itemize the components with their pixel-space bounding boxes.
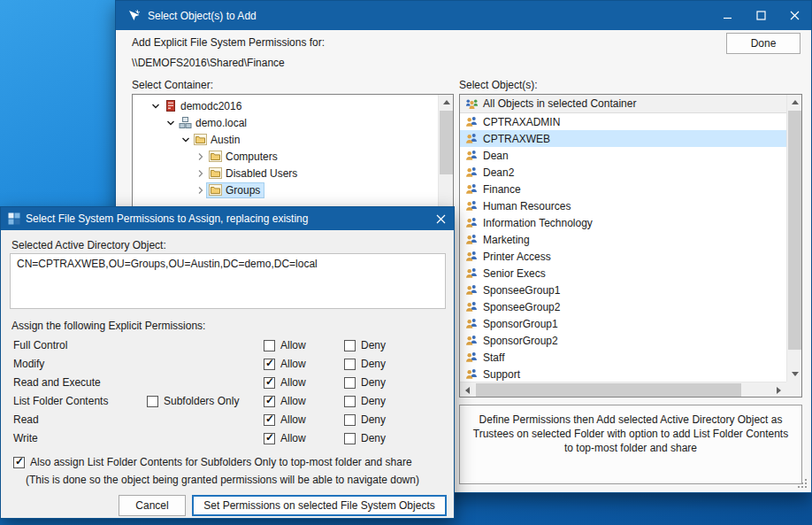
maximize-button[interactable] xyxy=(744,1,778,30)
minimize-button[interactable] xyxy=(710,1,744,30)
object-label: SponseeGroup2 xyxy=(483,301,560,313)
object-row[interactable]: Dean xyxy=(460,147,786,164)
subfolders-only-label: Subfolders Only xyxy=(164,395,239,407)
tree-scroll-thumb[interactable] xyxy=(440,111,453,174)
chevron-right-icon[interactable] xyxy=(194,152,207,161)
chevron-right-icon[interactable] xyxy=(194,186,207,195)
allow-group: Allow xyxy=(264,395,306,407)
deny-checkbox[interactable] xyxy=(344,433,356,444)
select-container-label: Select Container: xyxy=(132,79,213,91)
object-row[interactable]: SponseeGroup2 xyxy=(460,298,786,315)
allow-checkbox[interactable] xyxy=(264,359,275,370)
tree-item-label: Austin xyxy=(211,134,240,146)
object-row[interactable]: Information Technology xyxy=(460,214,786,231)
permission-name: Full Control xyxy=(13,339,67,351)
subfolders-only-group: Subfolders Only xyxy=(147,395,239,407)
tree-item-body[interactable]: Disabled Users xyxy=(207,166,301,181)
object-row[interactable]: Finance xyxy=(460,181,786,197)
select-objects-label: Select Object(s): xyxy=(459,79,538,91)
selected-object-value[interactable]: CN=CPTRAXWEB,OU=Groups,OU=Austin,DC=demo… xyxy=(10,253,446,309)
add-dialog-titlebar[interactable]: Select Object(s) to Add xyxy=(116,1,811,30)
allow-label: Allow xyxy=(280,413,306,426)
object-row[interactable]: CPTRAXADMIN xyxy=(460,113,786,130)
permissions-dialog: Select File System Permissions to Assign… xyxy=(0,206,455,519)
object-row[interactable]: Marketing xyxy=(460,231,786,248)
tree-item[interactable]: Disabled Users xyxy=(133,165,437,181)
list-vertical-scrollbar[interactable] xyxy=(786,95,801,382)
deny-group: Deny xyxy=(344,432,386,444)
objects-filter-header[interactable]: All Objects in selected Container xyxy=(460,95,786,113)
chevron-right-icon[interactable] xyxy=(194,169,207,178)
chevron-down-icon[interactable] xyxy=(149,102,162,111)
tree-item-body[interactable]: demo.local xyxy=(177,115,250,130)
object-row[interactable]: Dean2 xyxy=(460,164,786,181)
deny-group: Deny xyxy=(344,339,386,351)
tree-item-body[interactable]: Computers xyxy=(207,150,281,164)
cancel-button[interactable]: Cancel xyxy=(119,495,186,516)
list-horizontal-scrollbar[interactable] xyxy=(460,382,786,397)
tree-item-body[interactable]: Austin xyxy=(192,133,243,147)
object-row[interactable]: Support xyxy=(460,366,786,382)
objects-list: All Objects in selected ContainerCPTRAXA… xyxy=(459,94,802,398)
tree-item-body[interactable]: Groups xyxy=(207,183,264,197)
close-button[interactable] xyxy=(778,1,811,30)
allow-checkbox[interactable] xyxy=(264,433,275,444)
scroll-left-button[interactable] xyxy=(460,382,475,398)
allow-label: Allow xyxy=(280,432,306,444)
scroll-up-button[interactable] xyxy=(439,95,454,110)
deny-checkbox[interactable] xyxy=(344,340,356,351)
tree-item[interactable]: Austin xyxy=(133,131,437,148)
scroll-right-button[interactable] xyxy=(771,382,786,398)
allow-checkbox[interactable] xyxy=(264,414,275,426)
deny-checkbox[interactable] xyxy=(344,396,356,407)
permission-row: ModifyAllowDeny xyxy=(1,355,454,374)
close-icon xyxy=(436,214,446,224)
deny-label: Deny xyxy=(361,339,386,351)
object-row[interactable]: CPTRAXWEB xyxy=(460,130,786,147)
group-icon xyxy=(465,367,479,381)
resize-grip[interactable] xyxy=(796,477,807,488)
done-button[interactable]: Done xyxy=(726,33,801,54)
deny-checkbox[interactable] xyxy=(344,359,356,370)
deny-checkbox[interactable] xyxy=(344,377,356,389)
perm-dialog-titlebar[interactable]: Select File System Permissions to Assign… xyxy=(1,207,454,230)
object-row[interactable]: SponsorGroup1 xyxy=(460,315,786,332)
target-path: \\DEMOFS2016\Shared\Finance xyxy=(132,57,285,69)
permission-name: Read xyxy=(13,413,39,426)
chevron-down-icon[interactable] xyxy=(164,119,177,127)
group-icon xyxy=(465,132,479,145)
tree-item-body[interactable]: demodc2016 xyxy=(162,98,245,113)
allow-checkbox[interactable] xyxy=(264,377,275,389)
permissions-app-icon xyxy=(8,212,20,225)
scroll-up-button[interactable] xyxy=(787,95,802,110)
object-label: Information Technology xyxy=(483,217,593,229)
allow-checkbox[interactable] xyxy=(264,340,275,351)
object-row[interactable]: Printer Access xyxy=(460,248,786,265)
set-permissions-button[interactable]: Set Permissions on selected File System … xyxy=(192,495,447,516)
list-scroll-thumb[interactable] xyxy=(788,111,801,350)
all-objects-icon xyxy=(465,97,479,111)
chevron-down-icon[interactable] xyxy=(179,135,192,144)
allow-checkbox[interactable] xyxy=(264,396,275,407)
tree-item[interactable]: Groups xyxy=(133,181,437,198)
subfolders-only-checkbox[interactable] xyxy=(147,396,158,407)
object-row[interactable]: Human Resources xyxy=(460,197,786,214)
allow-label: Allow xyxy=(280,339,306,351)
list-hscroll-thumb[interactable] xyxy=(476,383,741,397)
object-row[interactable]: Senior Execs xyxy=(460,265,786,282)
group-icon xyxy=(465,216,479,229)
scroll-down-button[interactable] xyxy=(787,367,802,382)
also-assign-checkbox[interactable] xyxy=(13,457,25,468)
object-row[interactable]: Staff xyxy=(460,349,786,366)
deny-checkbox[interactable] xyxy=(344,414,356,426)
also-assign-label: Also assign List Folder Contents for Sub… xyxy=(30,456,412,468)
perm-close-button[interactable] xyxy=(427,207,454,230)
allow-label: Allow xyxy=(280,358,306,370)
object-items: All Objects in selected ContainerCPTRAXA… xyxy=(460,95,786,382)
permission-row: List Folder ContentsSubfolders OnlyAllow… xyxy=(1,392,454,411)
tree-item[interactable]: demodc2016 xyxy=(133,97,437,114)
object-row[interactable]: SponsorGroup2 xyxy=(460,332,786,349)
object-row[interactable]: SponseeGroup1 xyxy=(460,282,786,298)
tree-item[interactable]: Computers xyxy=(133,148,437,165)
tree-item[interactable]: demo.local xyxy=(133,114,437,131)
